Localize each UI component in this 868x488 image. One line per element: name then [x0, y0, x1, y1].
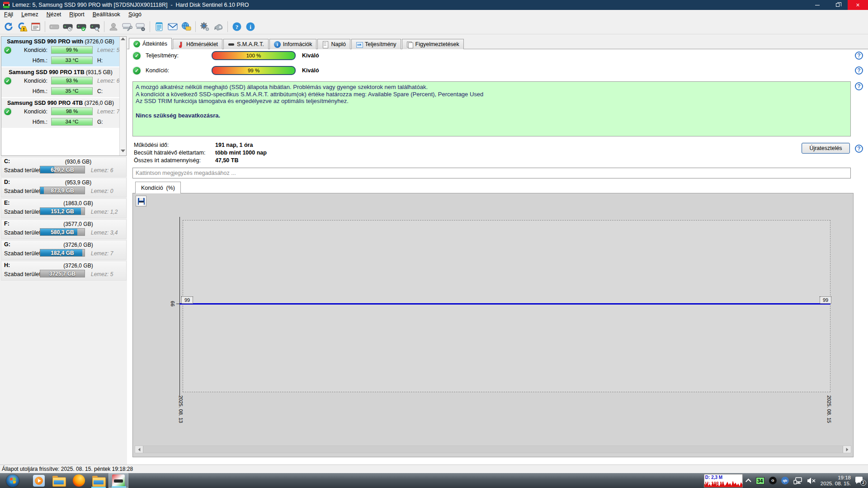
disk-search-icon[interactable]: [88, 20, 102, 33]
partition-letter: H:: [4, 262, 10, 268]
disk-name: Samsung SSD 990 PRO 4TB: [7, 100, 83, 106]
partition-f[interactable]: F: (3577,0 GB) Szabad terület 580,3 GB L…: [1, 219, 127, 239]
health-line: A mozgó alkatrész nélküli meghajtó (SSD)…: [136, 84, 848, 91]
log-notepad-icon[interactable]: [152, 20, 166, 33]
help-icon[interactable]: ?: [855, 66, 863, 75]
scroll-left-icon[interactable]: [135, 446, 143, 453]
scroll-right-icon[interactable]: [843, 446, 851, 453]
notification-icon[interactable]: 2: [855, 477, 865, 485]
disk-name: Samsung SSD 990 PRO 1TB: [9, 69, 84, 75]
performance-rating: Kiváló: [302, 52, 319, 59]
refresh-icon[interactable]: [2, 20, 15, 33]
chart-horizontal-scrollbar[interactable]: [135, 446, 851, 453]
clock[interactable]: 19:18 2025. 08. 15.: [821, 475, 851, 487]
network-tray-icon[interactable]: [793, 477, 802, 484]
disk-tools-icon[interactable]: [120, 20, 134, 33]
network-traffic-widget[interactable]: D: 2,3 M U: 108 M: [704, 474, 743, 488]
toolbar: ? i: [0, 19, 868, 34]
retest-button[interactable]: Újratesztelés: [802, 143, 850, 154]
close-button[interactable]: ×: [848, 0, 868, 10]
menu-riport[interactable]: Riport: [65, 10, 88, 19]
taskbar: D: 2,3 M U: 108 M 34 G qb 19:18 2025. 08…: [0, 473, 868, 488]
scrollbar-thumb[interactable]: [143, 446, 843, 453]
free-space-bar: 873,9 GB: [40, 187, 85, 194]
network-globe-icon[interactable]: [179, 20, 193, 33]
menu-nezet[interactable]: Nézet: [42, 10, 66, 19]
disk-item-1[interactable]: Samsung SSD 990 PRO with (3726,0 GB) ✓ K…: [1, 37, 120, 67]
menu-lemez[interactable]: Lemez: [17, 10, 42, 19]
menu-sugo[interactable]: Súgó: [124, 10, 146, 19]
condition-chart-panel: 99 99 99 2025. 08. 13 2025. 08. 15: [132, 193, 854, 457]
partition-g[interactable]: G: (3726,0 GB) Szabad terület 182,4 GB L…: [1, 240, 127, 260]
info-icon[interactable]: i: [244, 20, 257, 33]
menu-fajl[interactable]: Fájl: [0, 10, 17, 19]
restore-button[interactable]: [827, 0, 848, 10]
disk-gray-icon[interactable]: [47, 20, 61, 33]
taskbar-explorer[interactable]: [49, 473, 69, 488]
partition-e[interactable]: E: (1863,0 GB) Szabad terület 151,2 GB L…: [1, 198, 127, 218]
scroll-up-icon[interactable]: [121, 38, 126, 42]
data-point-label-right: 99: [820, 296, 831, 304]
tab-teljesitmeny[interactable]: Teljesítmény: [351, 39, 401, 49]
condition-bar: 99 %: [212, 66, 296, 75]
partition-c[interactable]: C: (930,6 GB) Szabad terület 629,2 GB Le…: [1, 157, 127, 177]
disk-size: (931,5 GB): [86, 69, 113, 75]
menu-beallitasok[interactable]: Beállítások: [89, 10, 124, 19]
health-action: Nincs szükség beavatkozásra.: [136, 112, 848, 119]
condition-row: ✓ Kondíció: 99 % Kiváló: [132, 66, 319, 75]
disk-gear-icon[interactable]: [134, 20, 147, 33]
disk-ok-icon[interactable]: [75, 20, 88, 33]
tray-time: 19:18: [821, 475, 851, 481]
tab-attekintes[interactable]: ✓Áttekintés: [129, 38, 172, 49]
app-logo-icon: [3, 2, 9, 8]
temp-label: Hőm.:: [1, 57, 47, 64]
help-icon[interactable]: ?: [855, 145, 863, 153]
volume-muted-icon[interactable]: [807, 477, 816, 484]
start-button[interactable]: [3, 473, 23, 488]
settings-gears-icon[interactable]: [198, 20, 212, 33]
svg-text:?: ?: [236, 23, 239, 30]
tray-date: 2025. 08. 15.: [821, 481, 851, 487]
disk-item-2[interactable]: Samsung SSD 990 PRO 1TB (931,5 GB) ✓ Kon…: [1, 67, 120, 98]
menubar: Fájl Lemez Nézet Riport Beállítások Súgó: [0, 10, 868, 19]
chart-tab-kondicio[interactable]: Kondíció (%): [135, 182, 181, 193]
help-icon[interactable]: ?: [855, 82, 863, 90]
comment-input[interactable]: [132, 168, 851, 178]
tab-figyelmeztetesek[interactable]: Figyelmeztetések: [402, 39, 464, 49]
minimize-button[interactable]: [807, 0, 827, 10]
free-space-value: 629,2 GB: [40, 167, 85, 173]
partition-d[interactable]: D: (953,9 GB) Szabad terület 873,9 GB Le…: [1, 178, 127, 197]
tab-naplo[interactable]: Napló: [317, 39, 350, 49]
stat-label: Becsült hátralévő élettartam:: [134, 150, 215, 157]
sound-horn-icon[interactable]: [212, 20, 225, 33]
ghub-tray-icon[interactable]: G: [769, 477, 777, 484]
qbittorrent-tray-icon[interactable]: qb: [781, 477, 789, 484]
system-tray: D: 2,3 M U: 108 M 34 G qb 19:18 2025. 08…: [704, 474, 868, 488]
hdsentinel-icon: [112, 474, 125, 487]
partition-letter: C:: [4, 158, 10, 164]
disk-icon: [228, 41, 235, 48]
help-icon[interactable]: ?: [855, 52, 863, 60]
help-icon[interactable]: ?: [230, 20, 244, 33]
taskbar-hdsentinel[interactable]: [108, 473, 128, 488]
disk-list-scrollbar[interactable]: [119, 37, 126, 155]
mail-icon[interactable]: [166, 20, 179, 33]
tab-informaciok[interactable]: iInformációk: [269, 39, 317, 49]
taskbar-media-player[interactable]: [29, 473, 49, 488]
tab-smart[interactable]: S.M.A.R.T.: [223, 39, 269, 49]
toolbar-separator: [104, 21, 104, 32]
taskbar-firefox[interactable]: [69, 473, 89, 488]
tray-expand-icon[interactable]: [745, 479, 751, 484]
save-chart-button[interactable]: [136, 196, 146, 206]
disk-item-3[interactable]: Samsung SSD 990 PRO 4TB (3726,0 GB) ✓ Ko…: [1, 98, 120, 129]
user-gray-icon[interactable]: [107, 20, 120, 33]
disk-clock-icon[interactable]: [61, 20, 75, 33]
tab-homerseklet[interactable]: Hőmérséklet: [173, 39, 222, 49]
scroll-down-icon[interactable]: [121, 150, 126, 155]
tray-temperature-badge[interactable]: 34: [756, 477, 764, 484]
condition-bar: 99 %: [51, 46, 93, 54]
partition-h[interactable]: H: (3726,0 GB) Szabad terület 3725,7 GB …: [1, 261, 127, 281]
report-window-icon[interactable]: [29, 20, 42, 33]
taskbar-explorer-window[interactable]: [89, 473, 108, 488]
refresh-warning-icon[interactable]: [15, 20, 29, 33]
